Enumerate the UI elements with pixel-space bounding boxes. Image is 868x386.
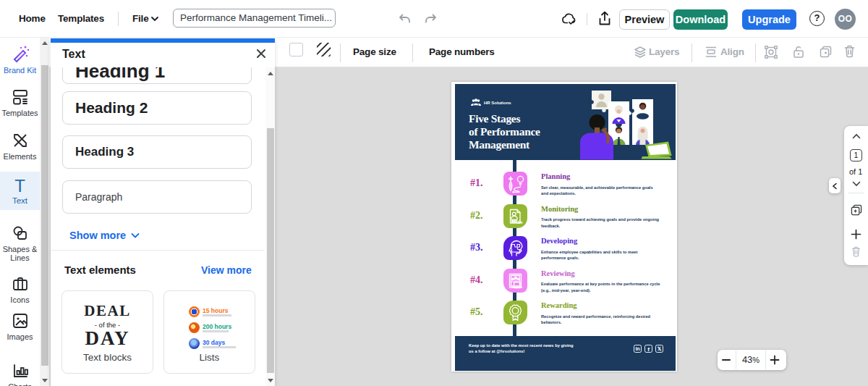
- svg-text:f: f: [647, 346, 650, 353]
- svg-text:in: in: [635, 346, 639, 351]
- svg-text:𝕏: 𝕏: [658, 346, 662, 351]
